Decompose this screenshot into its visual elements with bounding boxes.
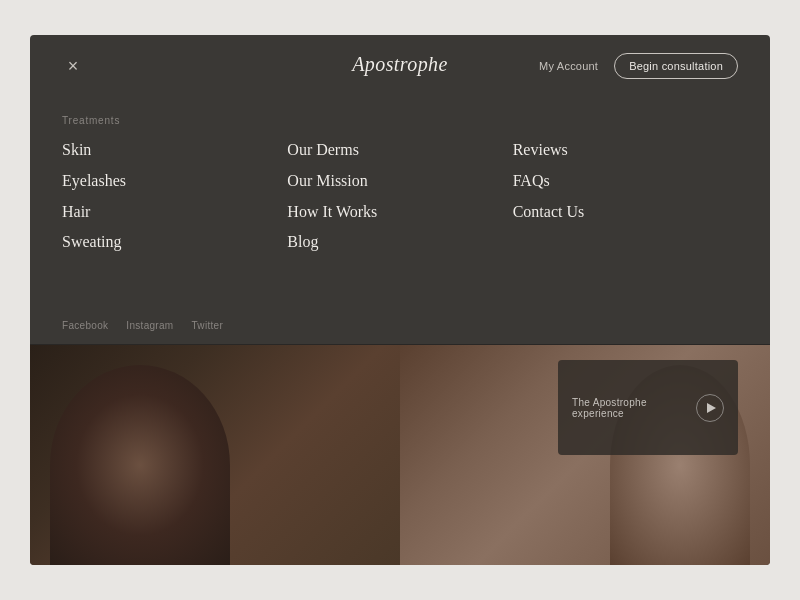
social-link-instagram[interactable]: Instagram [126, 320, 173, 331]
nav-link-sweating[interactable]: Sweating [62, 232, 287, 253]
nav-right: My Account Begin consultation [539, 53, 738, 79]
close-icon: × [68, 56, 79, 77]
nav-link-our-derms[interactable]: Our Derms [287, 140, 512, 161]
nav-col-3: Reviews FAQs Contact Us [513, 140, 738, 253]
hero-bg-left [30, 345, 400, 565]
nav-columns: Skin Eyelashes Hair Sweating Our Derms O… [62, 140, 738, 253]
play-button[interactable] [696, 394, 724, 422]
nav-link-contact-us[interactable]: Contact Us [513, 202, 738, 223]
nav-link-our-mission[interactable]: Our Mission [287, 171, 512, 192]
nav-link-skin[interactable]: Skin [62, 140, 287, 161]
video-title: The Apostrophe experience [572, 397, 696, 419]
play-icon [707, 403, 716, 413]
nav-col-2: Our Derms Our Mission How It Works Blog [287, 140, 512, 253]
close-button[interactable]: × [62, 55, 84, 77]
nav-link-hair[interactable]: Hair [62, 202, 287, 223]
nav-link-how-it-works[interactable]: How It Works [287, 202, 512, 223]
nav-link-faqs[interactable]: FAQs [513, 171, 738, 192]
nav-col-1: Skin Eyelashes Hair Sweating [62, 140, 287, 253]
social-link-facebook[interactable]: Facebook [62, 320, 108, 331]
nav-overlay: × Apostrophe My Account Begin consultati… [30, 35, 770, 345]
my-account-link[interactable]: My Account [539, 60, 598, 72]
nav-body: Treatments Skin Eyelashes Hair Sweating … [30, 97, 770, 310]
nav-link-reviews[interactable]: Reviews [513, 140, 738, 161]
section-divider [30, 344, 770, 345]
social-link-twitter[interactable]: Twitter [192, 320, 224, 331]
logo: Apostrophe [352, 53, 447, 76]
page-wrapper: × Apostrophe My Account Begin consultati… [30, 35, 770, 565]
nav-link-blog[interactable]: Blog [287, 232, 512, 253]
nav-header: × Apostrophe My Account Begin consultati… [30, 35, 770, 97]
video-card: The Apostrophe experience [558, 360, 738, 455]
nav-footer: Facebook Instagram Twitter [30, 310, 770, 345]
nav-link-eyelashes[interactable]: Eyelashes [62, 171, 287, 192]
treatments-label: Treatments [62, 115, 738, 126]
begin-consultation-button[interactable]: Begin consultation [614, 53, 738, 79]
